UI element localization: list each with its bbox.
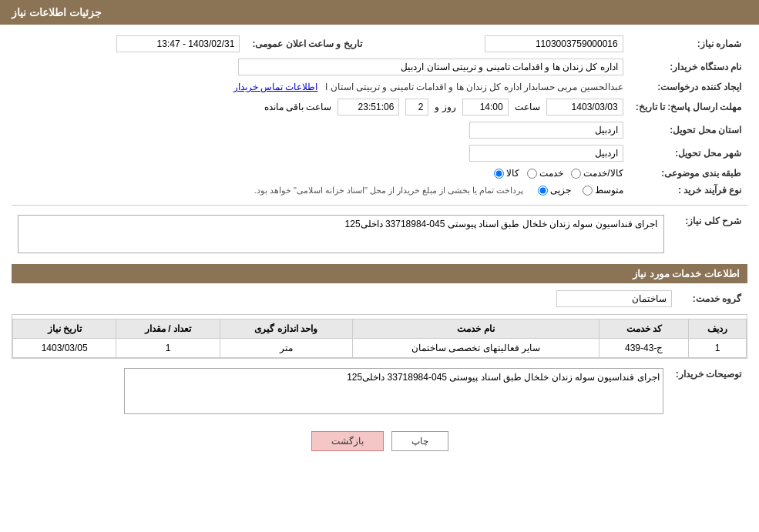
mohlat-date-input[interactable] — [546, 99, 623, 115]
noeh-label: نوع فرآیند خرید : — [630, 182, 747, 199]
mohlat-label: مهلت ارسال پاسخ: تا تاریخ: — [630, 95, 747, 119]
mohlat-values: ساعت روز و ساعت باقی مانده — [12, 95, 630, 119]
divider-1 — [12, 205, 747, 206]
page-container: جزئیات اطلاعات نیاز شماره نیاز: تاریخ و … — [0, 0, 759, 532]
nam-dastgah-label: نام دستگاه خریدار: — [630, 55, 747, 79]
row-ostan: استان محل تحویل: — [12, 119, 747, 142]
tamas-link[interactable]: اطلاعات تماس خریدار — [233, 82, 318, 92]
cell-nam: سایر فعالیتهای تخصصی ساختمان — [352, 339, 599, 358]
col-radif: ردیف — [689, 320, 747, 339]
radio-kala-khedmat: کالا/خدمت — [571, 168, 623, 179]
noeh-note: پرداخت تمام یا بخشی از مبلغ خریدار از مح… — [254, 186, 524, 195]
sharh-table: شرح کلی نیاز: اجرای فنداسیون سوله زندان … — [12, 212, 747, 256]
ostan-label: استان محل تحویل: — [630, 119, 747, 142]
row-tabagheh: طبقه بندی موضوعی: کالا/خدمت خدمت کالا — [12, 165, 747, 182]
radio-kala: کالا — [494, 168, 519, 179]
tarikh-saet-label: تاریخ و ساعت اعلان عمومی: — [246, 32, 368, 55]
goroh-table: گروه خدمت: — [12, 287, 747, 310]
kala-khedmat-label: کالا/خدمت — [583, 168, 623, 179]
noeh-radio-group: متوسط جزیی — [538, 185, 623, 196]
page-title: جزئیات اطلاعات نیاز — [12, 6, 102, 18]
page-header: جزئیات اطلاعات نیاز — [0, 0, 759, 25]
row-noeh: نوع فرآیند خرید : متوسط جزیی پرداخت تمام… — [12, 182, 747, 199]
info-table: شماره نیاز: تاریخ و ساعت اعلان عمومی: نا… — [12, 32, 747, 199]
col-nam: نام خدمت — [352, 320, 599, 339]
radio-kala-khedmat-input[interactable] — [571, 169, 581, 179]
shahr-value — [12, 142, 630, 165]
tabagheh-options: کالا/خدمت خدمت کالا — [12, 165, 630, 182]
cell-tarikh: 1403/03/05 — [13, 339, 116, 358]
ijad-text: عبدالحسین مربی حسابدار اداره کل زندان ها… — [325, 82, 623, 92]
button-row: چاپ بازگشت — [12, 431, 747, 451]
table-row: 1ج-43-439سایر فعالیتهای تخصصی ساختمانمتر… — [13, 339, 747, 358]
tabagheh-radio-group: کالا/خدمت خدمت کالا — [494, 168, 623, 179]
tosif-label: توصیحات خریدار: — [670, 365, 747, 420]
services-tbody: 1ج-43-439سایر فعالیتهای تخصصی ساختمانمتر… — [13, 339, 747, 358]
row-tosif: توصیحات خریدار: — [12, 365, 747, 420]
tarikh-saet-input[interactable] — [116, 35, 240, 52]
row-shahr: شهر محل تحویل: — [12, 142, 747, 165]
nam-dastgah-input[interactable] — [238, 59, 623, 75]
sharh-label: شرح کلی نیاز: — [670, 212, 747, 256]
ostan-input[interactable] — [469, 122, 623, 139]
ijad-label: ایجاد کننده درخواست: — [630, 79, 747, 95]
sharh-box: اجرای فنداسیون سوله زندان خلخال طبق اسنا… — [18, 215, 664, 253]
col-kod: کد خدمت — [599, 320, 689, 339]
row-sharh: شرح کلی نیاز: اجرای فنداسیون سوله زندان … — [12, 212, 747, 256]
khadamat-section-title: اطلاعات خدمات مورد نیاز — [12, 264, 747, 283]
shahr-label: شهر محل تحویل: — [630, 142, 747, 165]
radio-khedmat-input[interactable] — [527, 169, 537, 179]
cell-radif: 1 — [689, 339, 747, 358]
goroh-value — [12, 287, 678, 310]
tosif-table: توصیحات خریدار: — [12, 365, 747, 420]
back-button[interactable]: بازگشت — [311, 431, 384, 451]
row-nam-dastgah: نام دستگاه خریدار: — [12, 55, 747, 79]
mohlat-saet-label: ساعت — [515, 102, 540, 112]
services-table: ردیف کد خدمت نام خدمت واحد اندازه گیری ت… — [12, 319, 747, 358]
radio-kala-input[interactable] — [494, 169, 504, 179]
goroh-input[interactable] — [556, 290, 672, 307]
shomara-input[interactable] — [485, 35, 623, 52]
tosif-value — [12, 365, 670, 420]
col-tarikh: تاریخ نیاز — [13, 320, 116, 339]
radio-motevaset-input[interactable] — [583, 186, 593, 196]
row-mohlat: مهلت ارسال پاسخ: تا تاریخ: ساعت روز و سا… — [12, 95, 747, 119]
ijad-value: عبدالحسین مربی حسابدار اداره کل زندان ها… — [12, 79, 630, 95]
services-thead: ردیف کد خدمت نام خدمت واحد اندازه گیری ت… — [13, 320, 747, 339]
radio-khedmat: خدمت — [527, 168, 563, 179]
kala-label: کالا — [506, 168, 519, 179]
cell-tedad: 1 — [116, 339, 220, 358]
motevaset-label: متوسط — [595, 185, 623, 196]
radio-jozi: جزیی — [538, 185, 571, 196]
goroh-label: گروه خدمت: — [678, 287, 747, 310]
mohlat-mande-input[interactable] — [338, 99, 399, 115]
col-tedad: تعداد / مقدار — [116, 320, 220, 339]
mohlat-roz-input[interactable] — [405, 99, 428, 115]
radio-motevaset: متوسط — [583, 185, 623, 196]
cell-kod: ج-43-439 — [599, 339, 689, 358]
tarikh-saet-value — [12, 32, 246, 55]
noeh-options: متوسط جزیی پرداخت تمام یا بخشی از مبلغ خ… — [12, 182, 630, 199]
shahr-input[interactable] — [469, 145, 623, 162]
radio-jozi-input[interactable] — [538, 186, 548, 196]
mohlat-roz-label: روز و — [435, 102, 455, 112]
tosif-textarea[interactable] — [124, 368, 663, 414]
ostan-value — [12, 119, 630, 142]
sharh-text: اجرای فنداسیون سوله زندان خلخال طبق اسنا… — [345, 219, 657, 229]
mohlat-row: ساعت روز و ساعت باقی مانده — [18, 99, 623, 115]
shomara-value — [368, 32, 630, 55]
sharh-value: اجرای فنداسیون سوله زندان خلخال طبق اسنا… — [12, 212, 670, 256]
jozi-label: جزیی — [550, 185, 571, 196]
services-header-row: ردیف کد خدمت نام خدمت واحد اندازه گیری ت… — [13, 320, 747, 339]
services-table-container: ردیف کد خدمت نام خدمت واحد اندازه گیری ت… — [12, 314, 747, 359]
mohlat-mande-label: ساعت باقی مانده — [264, 102, 332, 112]
row-ijad: ایجاد کننده درخواست: عبدالحسین مربی حساب… — [12, 79, 747, 95]
shomara-label: شماره نیاز: — [630, 32, 747, 55]
cell-vahed: متر — [220, 339, 352, 358]
print-button[interactable]: چاپ — [391, 431, 448, 451]
col-vahed: واحد اندازه گیری — [220, 320, 352, 339]
nam-dastgah-value — [12, 55, 630, 79]
row-shomara-tarikh: شماره نیاز: تاریخ و ساعت اعلان عمومی: — [12, 32, 747, 55]
tabagheh-label: طبقه بندی موضوعی: — [630, 165, 747, 182]
mohlat-saet-input[interactable] — [462, 99, 509, 115]
